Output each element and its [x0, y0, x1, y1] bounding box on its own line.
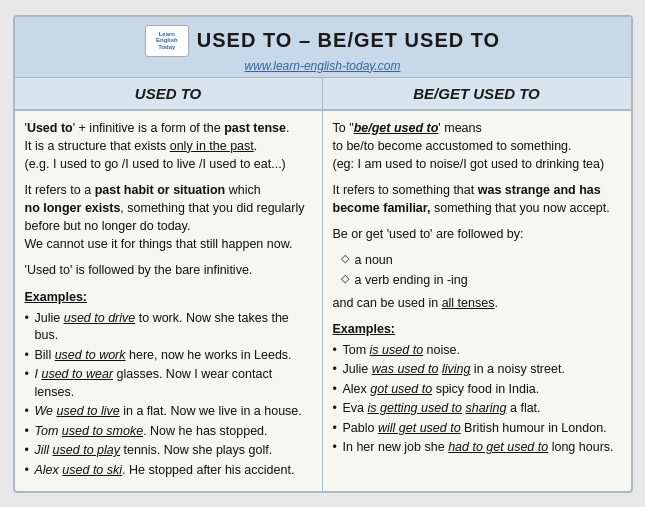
header: Learn English Today USED TO – BE/GET USE… [15, 17, 631, 78]
only-past: only in the past [170, 139, 254, 153]
right-examples-heading: Examples: [333, 320, 621, 338]
left-bullet-list: Julie used to drive to work. Now she tak… [25, 310, 312, 480]
logo: Learn English Today [145, 25, 189, 57]
list-item: We used to live in a flat. Now we live i… [25, 403, 312, 421]
col-header-right: BE/GET USED TO [323, 78, 631, 109]
list-item: Tom is used to noise. [333, 342, 621, 360]
right-column: To "be/get used to' means to be/to becom… [323, 111, 631, 491]
list-item: Tom used to smoke. Now he has stopped. [25, 423, 312, 441]
logo-row: Learn English Today USED TO – BE/GET USE… [19, 25, 627, 57]
past-tense-label: past tense [224, 121, 286, 135]
main-title: USED TO – BE/GET USED TO [197, 29, 500, 52]
list-item: Eva is getting used to sharing a flat. [333, 400, 621, 418]
left-para3: 'Used to' is followed by the bare infini… [25, 261, 312, 279]
left-para1: 'Used to' + infinitive is a form of the … [25, 119, 312, 173]
past-habit-label: past habit or situation [95, 183, 226, 197]
was-strange: was strange and has become familiar, [333, 183, 601, 215]
right-para4: and can be used in all tenses. [333, 294, 621, 312]
list-item: I used to wear glasses. Now I wear conta… [25, 366, 312, 401]
used-to-label: Used to [27, 121, 73, 135]
list-item: Alex used to ski. He stopped after his a… [25, 462, 312, 480]
list-item: a noun [341, 251, 621, 269]
content-area: 'Used to' + infinitive is a form of the … [15, 111, 631, 491]
left-para2: It refers to a past habit or situation w… [25, 181, 312, 254]
list-item: Bill used to work here, now he works in … [25, 347, 312, 365]
right-para2: It refers to something that was strange … [333, 181, 621, 217]
list-item: Julie was used to living in a noisy stre… [333, 361, 621, 379]
left-examples: Examples: Julie used to drive to work. N… [25, 288, 312, 480]
main-container: Learn English Today USED TO – BE/GET USE… [13, 15, 633, 493]
diamond-list: a noun a verb ending in -ing [341, 251, 621, 289]
col-header-left: USED TO [15, 78, 323, 109]
list-item: Julie used to drive to work. Now she tak… [25, 310, 312, 345]
right-para3: Be or get 'used to' are followed by: [333, 225, 621, 243]
right-bullet-list: Tom is used to noise. Julie was used to … [333, 342, 621, 457]
right-examples: Examples: Tom is used to noise. Julie wa… [333, 320, 621, 457]
list-item: a verb ending in -ing [341, 271, 621, 289]
left-column: 'Used to' + infinitive is a form of the … [15, 111, 323, 491]
no-longer-exists: no longer exists [25, 201, 121, 215]
list-item: Jill used to play tennis. Now she plays … [25, 442, 312, 460]
website-url[interactable]: www.learn-english-today.com [19, 59, 627, 73]
right-para1: To "be/get used to' means to be/to becom… [333, 119, 621, 173]
list-item: Pablo will get used to British humour in… [333, 420, 621, 438]
list-item: In her new job she had to get used to lo… [333, 439, 621, 457]
list-item: Alex got used to spicy food in India. [333, 381, 621, 399]
be-get-used-to: be/get used to [354, 121, 439, 135]
column-headers: USED TO BE/GET USED TO [15, 78, 631, 111]
left-examples-heading: Examples: [25, 288, 312, 306]
